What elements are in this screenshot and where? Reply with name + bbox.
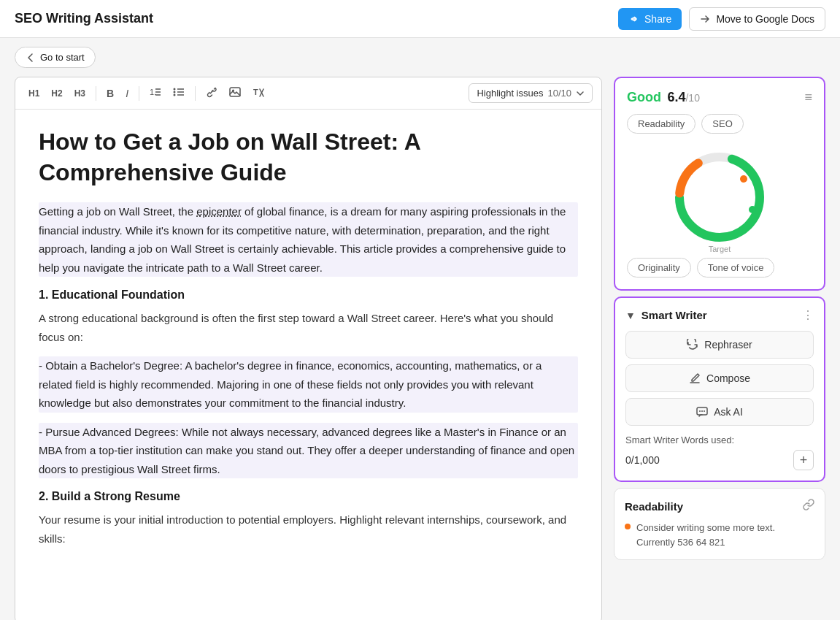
score-chart xyxy=(665,142,774,252)
score-tabs: Readability SEO xyxy=(627,114,812,134)
compose-icon xyxy=(689,372,701,384)
image-icon xyxy=(229,86,241,98)
main-layout: H1 H2 H3 B I 1. xyxy=(0,77,840,620)
google-docs-button[interactable]: Move to Google Docs xyxy=(689,7,825,31)
bullet2: - Pursue Advanced Degrees: While not alw… xyxy=(39,423,578,479)
h1-button[interactable]: H1 xyxy=(24,85,44,102)
italic-button[interactable]: I xyxy=(121,85,133,102)
chevron-icon[interactable]: ▼ xyxy=(625,310,636,321)
app-title: SEO Writing Assistant xyxy=(15,11,153,26)
link-button[interactable] xyxy=(201,83,222,103)
target-label: Target xyxy=(709,245,731,253)
readability-card: Readability Consider writing some more t… xyxy=(614,488,825,560)
editor-content[interactable]: How to Get a Job on Wall Street: A Compr… xyxy=(15,110,601,620)
h2-button[interactable]: H2 xyxy=(47,85,66,102)
compose-button[interactable]: Compose xyxy=(625,364,814,392)
section1-heading: 1. Educational Foundation xyxy=(39,288,578,302)
readability-tab[interactable]: Readability xyxy=(627,114,695,134)
words-used-count: 0/1,000 xyxy=(625,454,660,466)
highlight-issues-button[interactable]: Highlight issues 10/10 xyxy=(469,83,593,103)
svg-text:1.: 1. xyxy=(150,88,156,96)
underline-word-epicenter: epicenter xyxy=(196,205,242,218)
section2-heading: 2. Build a Strong Resume xyxy=(39,490,578,503)
svg-point-7 xyxy=(174,91,176,93)
link-icon xyxy=(206,86,217,98)
toolbar-separator-2 xyxy=(139,86,139,101)
arrow-left-icon xyxy=(26,53,36,63)
header-actions: Share Move to Google Docs xyxy=(618,7,825,31)
readability-title: Readability xyxy=(625,500,683,513)
section2-para: Your resume is your initial introduction… xyxy=(39,510,578,548)
svg-point-25 xyxy=(704,410,705,412)
rephraser-icon xyxy=(687,339,698,351)
smart-writer-card: ▼ Smart Writer ⋮ Rephraser Compose xyxy=(614,296,825,482)
smart-writer-title-row: ▼ Smart Writer xyxy=(625,309,707,321)
svg-point-6 xyxy=(174,88,176,91)
originality-tab[interactable]: Originality xyxy=(627,258,691,278)
score-menu-icon[interactable]: ≡ xyxy=(804,90,812,105)
svg-text:T: T xyxy=(253,88,258,96)
chevron-down-icon xyxy=(576,89,585,98)
score-bottom-tabs: Originality Tone of voice xyxy=(627,258,812,278)
right-panel: Good 6.4/10 ≡ Readability SEO xyxy=(614,77,825,620)
svg-point-8 xyxy=(174,94,176,96)
share-icon xyxy=(628,13,640,25)
editor-toolbar: H1 H2 H3 B I 1. xyxy=(15,77,601,110)
rephraser-button[interactable]: Rephraser xyxy=(625,331,814,359)
words-used-row: 0/1,000 + xyxy=(625,450,814,470)
tone-of-voice-tab[interactable]: Tone of voice xyxy=(697,258,775,278)
editor-container: H1 H2 H3 B I 1. xyxy=(15,77,602,620)
ordered-list-button[interactable]: 1. xyxy=(145,83,166,103)
header: SEO Writing Assistant Share Move to Goog… xyxy=(0,0,840,38)
score-value-row: Good 6.4/10 xyxy=(627,90,700,105)
smart-writer-title: Smart Writer xyxy=(641,309,707,321)
chart-container: Target xyxy=(627,142,812,252)
section1-para: A strong educational background is often… xyxy=(39,309,578,346)
smart-writer-menu-icon[interactable]: ⋮ xyxy=(802,308,814,322)
sub-header: Go to start xyxy=(0,38,840,77)
toolbar-separator-1 xyxy=(96,86,96,101)
intro-paragraph: Getting a job on Wall Street, the epicen… xyxy=(39,202,578,277)
bullet1: - Obtain a Bachelor's Degree: A bachelor… xyxy=(39,356,578,413)
clear-format-button[interactable]: T xyxy=(248,83,269,103)
readability-link-icon[interactable] xyxy=(803,499,814,513)
h3-button[interactable]: H3 xyxy=(70,85,90,102)
words-used-label: Smart Writer Words used: xyxy=(625,435,814,445)
ask-ai-icon xyxy=(696,406,708,418)
readability-header: Readability xyxy=(625,499,814,513)
ask-ai-button[interactable]: Ask AI xyxy=(625,398,814,426)
toolbar-separator-3 xyxy=(195,86,196,101)
seo-tab[interactable]: SEO xyxy=(701,114,743,134)
chain-link-icon xyxy=(803,499,814,510)
tip-dot-orange xyxy=(625,524,631,529)
readability-tip: Consider writing some more text. Current… xyxy=(625,521,814,549)
bold-button[interactable]: B xyxy=(102,85,118,102)
unordered-list-icon xyxy=(173,86,185,98)
unordered-list-button[interactable] xyxy=(169,83,189,103)
svg-point-21 xyxy=(740,175,747,183)
clear-format-icon: T xyxy=(253,86,264,98)
share-button[interactable]: Share xyxy=(618,8,682,30)
add-words-button[interactable]: + xyxy=(793,450,814,470)
smart-writer-header: ▼ Smart Writer ⋮ xyxy=(625,308,814,322)
score-card: Good 6.4/10 ≡ Readability SEO xyxy=(614,77,825,291)
image-button[interactable] xyxy=(225,83,245,103)
go-to-start-button[interactable]: Go to start xyxy=(15,47,96,68)
svg-point-1 xyxy=(631,18,633,20)
export-icon xyxy=(700,13,712,25)
score-header: Good 6.4/10 ≡ xyxy=(627,90,812,105)
ordered-list-icon: 1. xyxy=(150,86,161,98)
article-title: How to Get a Job on Wall Street: A Compr… xyxy=(39,127,578,188)
svg-point-20 xyxy=(749,206,756,213)
svg-point-23 xyxy=(699,410,701,412)
svg-point-24 xyxy=(701,410,703,412)
